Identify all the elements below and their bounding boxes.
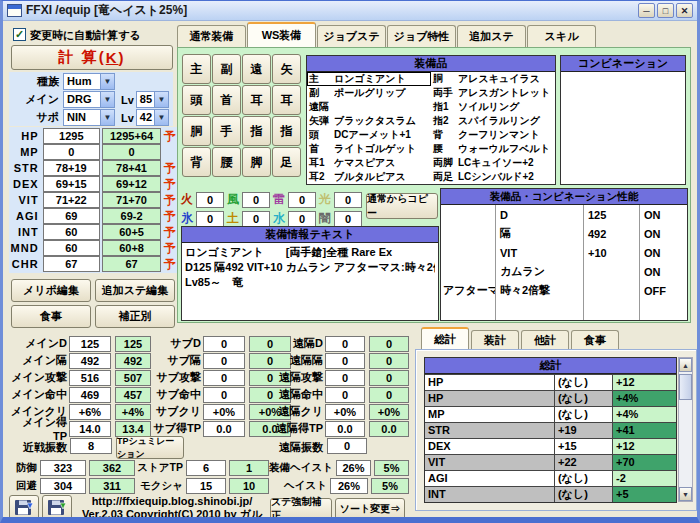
slot-button[interactable]: 副 (212, 54, 241, 84)
element-value-box[interactable]: 0 (196, 192, 224, 208)
equipment-row[interactable]: 遠隔 (307, 100, 431, 114)
totals-row[interactable]: MP (なし) +4% (425, 406, 676, 422)
tab[interactable]: スキル (527, 25, 596, 47)
chevron-down-icon[interactable]: ▼ (154, 92, 168, 107)
stat-base-box[interactable]: 60 (43, 240, 100, 256)
stat-yo-toggle[interactable]: 予 (163, 128, 177, 145)
element-value-box[interactable]: 0 (334, 211, 362, 227)
equipment-row[interactable]: 指2 スパイラルリング (431, 114, 555, 128)
save-file-button[interactable] (9, 495, 39, 521)
add-stat-edit-button[interactable]: 追加ステ編集 (95, 279, 175, 302)
tab[interactable]: 追加ステ (457, 25, 526, 47)
scroll-down-icon[interactable]: ▼ (679, 487, 692, 501)
correction-button[interactable]: 補正別 (95, 305, 175, 328)
totals-tab[interactable]: 総計 (421, 327, 469, 349)
element-value-box[interactable]: 0 (242, 192, 270, 208)
stat-base-box[interactable]: 69+15 (43, 176, 100, 192)
tab[interactable]: ジョブステ (317, 25, 386, 47)
equipment-row[interactable]: 副 ポールグリップ (307, 86, 431, 100)
scroll-up-icon[interactable]: ▲ (679, 358, 692, 372)
slot-button[interactable]: 腰 (212, 147, 241, 177)
stat-yo-toggle[interactable]: 予 (163, 176, 177, 193)
equipment-row[interactable]: 耳2 ブルタルピアス (307, 170, 431, 184)
sub-lv-select[interactable]: 42 ▼ (136, 109, 169, 126)
stat-base-box[interactable]: 0 (43, 144, 100, 160)
element-value-box[interactable]: 0 (334, 192, 362, 208)
slot-button[interactable]: 足 (272, 147, 301, 177)
totals-row[interactable]: HP (なし) +12 (425, 374, 676, 390)
equipment-row[interactable]: 頭 DCアーメット+1 (307, 128, 431, 142)
close-button[interactable]: ✕ (676, 3, 693, 18)
equipment-row[interactable]: 胴 アレスキュイラス (431, 72, 555, 86)
scrollbar-thumb[interactable] (679, 374, 692, 400)
slot-button[interactable]: 頭 (182, 85, 211, 115)
tab[interactable]: 通常装備 (177, 25, 246, 47)
totals-row[interactable]: DEX +15 +12 (425, 438, 676, 454)
element-value-box[interactable]: 0 (288, 192, 316, 208)
slot-button[interactable]: 脚 (242, 147, 271, 177)
slot-button[interactable]: 耳 (272, 85, 301, 115)
stat-base-box[interactable]: 69 (43, 208, 100, 224)
sort-change-button[interactable]: ソート変更⇒ (335, 498, 405, 520)
equipment-row[interactable]: 両脚 LCキュイソー+2 (431, 156, 555, 170)
site-url[interactable]: http://ffxiequip.blog.shinobi.jp/ (73, 495, 271, 508)
element-value-box[interactable]: 0 (288, 211, 316, 227)
slot-button[interactable]: 指 (272, 116, 301, 146)
equipment-row[interactable]: 耳1 ケマスピアス (307, 156, 431, 170)
perf-row[interactable]: 隔 492 ON (441, 224, 687, 243)
equipment-row[interactable]: 主 ロンゴミアント (307, 72, 431, 86)
load-file-button[interactable] (42, 495, 72, 521)
calc-button[interactable]: 計 算(K) (11, 45, 173, 70)
equipment-row[interactable]: 両手 アレスガントレット (431, 86, 555, 100)
slot-button[interactable]: 耳 (242, 85, 271, 115)
totals-row[interactable]: HP (なし) +4% (425, 390, 676, 406)
copy-from-normal-button[interactable]: 通常からコピー (366, 193, 438, 219)
chevron-down-icon[interactable]: ▼ (154, 110, 168, 125)
stat-yo-toggle[interactable]: 予 (163, 224, 177, 241)
totals-row[interactable]: INT (なし) +5 (425, 486, 676, 502)
perf-row[interactable]: アフターマス 時々2倍撃 OFF (441, 281, 687, 300)
maximize-button[interactable]: □ (657, 3, 674, 18)
perf-row[interactable]: カムラン ON (441, 262, 687, 281)
perf-row[interactable]: VIT +10 ON (441, 243, 687, 262)
minimize-button[interactable]: ─ (638, 3, 655, 18)
equipment-row[interactable]: 指1 ソイルリング (431, 100, 555, 114)
stat-yo-toggle[interactable]: 予 (163, 192, 177, 209)
totals-tab[interactable]: 他計 (521, 330, 569, 349)
stat-yo-toggle[interactable]: 予 (163, 208, 177, 225)
merit-edit-button[interactable]: メリポ編集 (11, 279, 91, 302)
slot-button[interactable]: 遠 (242, 54, 271, 84)
totals-row[interactable]: VIT +22 +70 (425, 454, 676, 470)
tab[interactable]: ジョブ特性 (387, 25, 456, 47)
stat-base-box[interactable]: 60 (43, 224, 100, 240)
slot-button[interactable]: 矢 (272, 54, 301, 84)
slot-button[interactable]: 指 (242, 116, 271, 146)
stat-base-box[interactable]: 1295 (43, 128, 100, 144)
totals-row[interactable]: AGI (なし) -2 (425, 470, 676, 486)
totals-tab[interactable]: 食事 (571, 330, 619, 349)
equipment-row[interactable]: 矢弾 ブラックタスラム (307, 114, 431, 128)
equipment-row[interactable]: 首 ライトゴルゲット (307, 142, 431, 156)
stat-base-box[interactable]: 71+22 (43, 192, 100, 208)
slot-button[interactable]: 手 (212, 116, 241, 146)
slot-button[interactable]: 背 (182, 147, 211, 177)
chevron-down-icon[interactable]: ▼ (100, 74, 114, 89)
equipment-row[interactable]: 両足 LCシンバルド+2 (431, 170, 555, 184)
food-button[interactable]: 食事 (11, 305, 91, 328)
stat-yo-toggle[interactable]: 予 (163, 256, 177, 273)
totals-row[interactable]: STR +19 +41 (425, 422, 676, 438)
element-value-box[interactable]: 0 (242, 211, 270, 227)
totals-scrollbar[interactable]: ▲ ▼ (678, 357, 693, 502)
race-select[interactable]: Hum ▼ (63, 73, 115, 90)
element-value-box[interactable]: 0 (196, 211, 224, 227)
chevron-down-icon[interactable]: ▼ (100, 92, 114, 107)
slot-button[interactable]: 胴 (182, 116, 211, 146)
stat-yo-toggle[interactable]: 予 (163, 160, 177, 177)
sub-job-select[interactable]: NIN ▼ (63, 109, 115, 126)
tab[interactable]: WS装備 (247, 22, 316, 47)
chevron-down-icon[interactable]: ▼ (100, 110, 114, 125)
main-job-select[interactable]: DRG ▼ (63, 91, 115, 108)
stat-base-box[interactable]: 67 (43, 256, 100, 272)
stat-base-box[interactable]: 78+19 (43, 160, 100, 176)
main-lv-select[interactable]: 85 ▼ (136, 91, 169, 108)
